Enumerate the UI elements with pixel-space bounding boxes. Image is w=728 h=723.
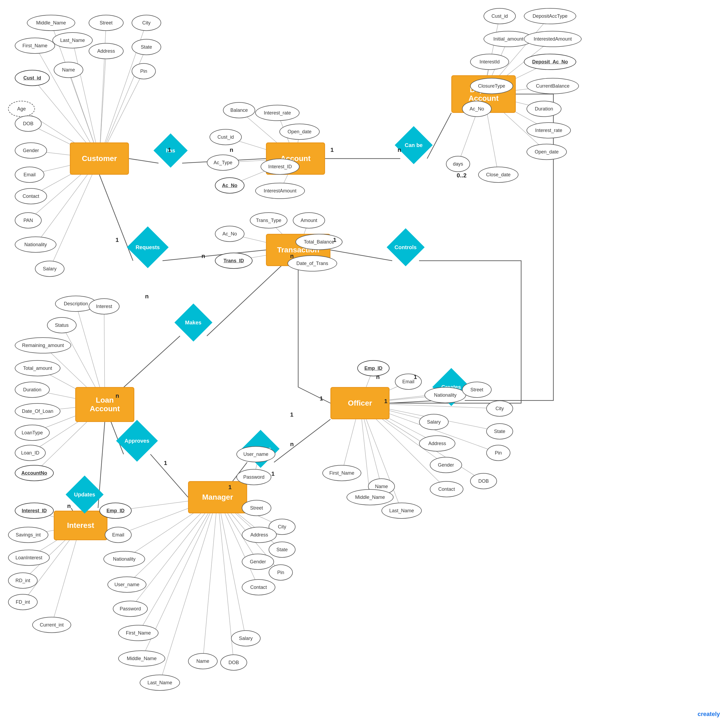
attribute-deposit_account-InterestedAmount: InterestedAmount bbox=[524, 31, 581, 47]
relationship-approves[interactable]: Approves bbox=[116, 420, 158, 462]
attribute-manager-Salary: Salary bbox=[231, 630, 261, 646]
cardinality-16: n bbox=[376, 374, 379, 381]
attribute-loan_account-Date_Of_Loan: Date_Of_Loan bbox=[15, 403, 60, 419]
cardinality-10: n bbox=[116, 392, 119, 400]
entity-interest[interactable]: Interest bbox=[54, 511, 107, 540]
cardinality-2: 1 bbox=[330, 147, 333, 153]
svg-line-93 bbox=[138, 497, 217, 633]
attribute-transaction-Trans_ID: Trans_ID bbox=[215, 253, 252, 269]
cardinality-0: 1 bbox=[168, 147, 171, 153]
attribute-interest-Current_int: Current_int bbox=[32, 617, 71, 633]
attribute-customer-Middle_Name: Middle_Name bbox=[27, 15, 75, 31]
svg-line-11 bbox=[274, 419, 330, 462]
attribute-interest-FD_int: FD_int bbox=[8, 594, 38, 610]
attribute-deposit_account-CurrentBalance: CurrentBalance bbox=[526, 78, 579, 94]
attribute-customer-Salary: Salary bbox=[35, 261, 64, 277]
cardinality-9: n bbox=[145, 293, 148, 300]
attribute-transaction-Amount: Amount bbox=[293, 212, 325, 228]
brand-logo: creately bbox=[697, 711, 720, 718]
attribute-customer-PAN: PAN bbox=[15, 212, 42, 228]
attribute-deposit_account-Open_date: Open_date bbox=[526, 144, 567, 160]
entity-customer[interactable]: Customer bbox=[70, 142, 129, 175]
attribute-officer-Street: Street bbox=[462, 381, 492, 398]
attribute-officer-Last_Name: Last_Name bbox=[381, 502, 422, 519]
attribute-customer-Address: Address bbox=[89, 43, 124, 59]
attribute-account-Cust_id: Cust_id bbox=[210, 129, 242, 145]
cardinality-13: n bbox=[290, 441, 294, 448]
relationship-controls[interactable]: Controls bbox=[387, 228, 424, 266]
cardinality-18: 1 bbox=[228, 484, 232, 491]
attribute-customer-Pin: Pin bbox=[132, 63, 156, 79]
attribute-loan_account-Total_amount: Total_amount bbox=[15, 360, 60, 376]
attribute-governs-Password: Password bbox=[236, 469, 271, 485]
relationship-updates[interactable]: Updates bbox=[66, 475, 103, 513]
attribute-account-Ac_Type: Ac_Type bbox=[207, 155, 239, 171]
attribute-officer-Gender: Gender bbox=[430, 457, 462, 473]
entity-loan_account[interactable]: Loan Account bbox=[75, 387, 134, 422]
cardinality-14: 1 bbox=[320, 395, 323, 402]
attribute-customer-Nationality: Nationality bbox=[15, 236, 57, 253]
attribute-manager-Address: Address bbox=[242, 527, 277, 543]
attribute-manager-Nationality: Nationality bbox=[103, 551, 145, 567]
attribute-manager-Name: Name bbox=[188, 653, 217, 669]
attribute-manager-Gender: Gender bbox=[242, 554, 274, 570]
attribute-manager-Street: Street bbox=[242, 500, 271, 516]
attribute-customer-First_Name: First_Name bbox=[15, 38, 55, 54]
cardinality-12: 1 bbox=[290, 411, 294, 418]
attribute-manager-Middle_Name: Middle_Name bbox=[118, 650, 165, 666]
attribute-customer-Age: Age bbox=[8, 101, 35, 117]
entity-officer[interactable]: Officer bbox=[330, 387, 390, 419]
cardinality-3: n bbox=[398, 147, 401, 153]
attribute-manager-User_name: User_name bbox=[107, 576, 147, 593]
attribute-loan_account-Remaining_amount: Remaining_amount bbox=[15, 337, 71, 354]
relationship-requests[interactable]: Requests bbox=[127, 226, 169, 268]
cardinality-8: 1 bbox=[116, 236, 119, 244]
attribute-officer-City: City bbox=[486, 400, 513, 417]
attribute-deposit_account-Duration: Duration bbox=[526, 101, 561, 117]
attribute-customer-Cust_id: Cust_id bbox=[15, 70, 50, 86]
svg-line-92 bbox=[130, 497, 217, 609]
attribute-deposit_account-InterestId: InterestId bbox=[470, 54, 509, 70]
cardinality-17: 1 bbox=[414, 374, 417, 381]
cardinality-15: 1 bbox=[384, 398, 387, 405]
attribute-deposit_account-Ac_No: Ac_No bbox=[462, 101, 492, 117]
attribute-officer-Middle_Name: Middle_Name bbox=[347, 489, 393, 505]
attribute-manager-Pin: Pin bbox=[269, 564, 293, 581]
attribute-deposit_account-ClosureType: ClosureType bbox=[470, 78, 513, 94]
cardinality-20: n bbox=[67, 502, 70, 510]
svg-line-111 bbox=[52, 525, 81, 625]
cardinality-6: n bbox=[290, 253, 294, 260]
attribute-officer-Emp_ID: Emp_ID bbox=[357, 360, 390, 376]
attribute-officer-Contact: Contact bbox=[430, 481, 463, 497]
attribute-customer-State: State bbox=[132, 39, 161, 55]
attribute-customer-Email: Email bbox=[15, 167, 44, 183]
attribute-interest-Savings_int: Savings_int bbox=[8, 527, 48, 543]
attribute-customer-Last_Name: Last_Name bbox=[52, 32, 93, 48]
svg-line-22 bbox=[72, 40, 99, 159]
relationship-can_be[interactable]: Can be bbox=[395, 126, 433, 164]
attribute-customer-Name: Name bbox=[54, 62, 83, 78]
relationship-makes[interactable]: Makes bbox=[174, 303, 212, 342]
attribute-customer-Street: Street bbox=[89, 15, 124, 31]
cardinality-11: 1 bbox=[164, 460, 167, 467]
attribute-account-InterestAmount: InterestAmount bbox=[255, 183, 305, 199]
attribute-account-Interest_ID: Interest_ID bbox=[261, 159, 300, 175]
attribute-officer-First_Name: First_Name bbox=[322, 465, 361, 481]
attribute-customer-DOB: DOB bbox=[15, 116, 42, 132]
attribute-officer-State: State bbox=[486, 423, 513, 440]
attribute-deposit_account-DepositAccType: DepositAccType bbox=[524, 8, 576, 24]
attribute-interest-LoanInterest: LoanInterest bbox=[8, 550, 50, 566]
attribute-officer-Nationality: Nationality bbox=[424, 387, 466, 403]
cardinality-4: 0..2 bbox=[457, 172, 466, 179]
attribute-account-Ac_No: Ac_No bbox=[215, 178, 245, 193]
cardinality-1: n bbox=[230, 147, 233, 153]
attribute-manager-Last_Name: Last_Name bbox=[140, 675, 180, 691]
cardinality-19: 1 bbox=[271, 470, 275, 477]
attribute-customer-Contact: Contact bbox=[15, 188, 47, 204]
svg-line-0 bbox=[129, 159, 159, 163]
entity-manager[interactable]: Manager bbox=[188, 481, 247, 513]
attribute-interest-RD_int: RD_int bbox=[8, 573, 38, 588]
attribute-officer-Salary: Salary bbox=[419, 414, 449, 430]
attribute-transaction-Date_of_Trans: Date_of_Trans bbox=[288, 255, 337, 271]
attribute-deposit_account-days: days bbox=[446, 156, 470, 172]
